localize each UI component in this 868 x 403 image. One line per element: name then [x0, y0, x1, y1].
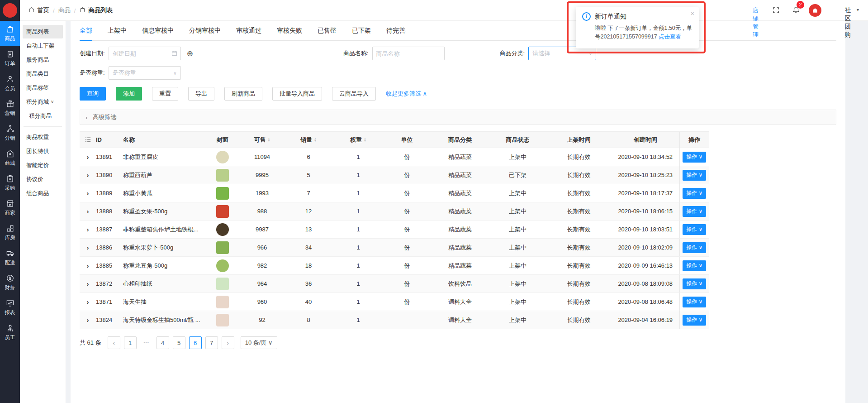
expand-row-icon[interactable]: › — [87, 298, 89, 306]
row-action-button[interactable]: 操作 ∨ — [683, 170, 706, 181]
breadcrumb-item-商品[interactable]: 商品 — [58, 6, 71, 14]
view-order-link[interactable]: 点击查看 — [659, 34, 681, 40]
page-button-4[interactable]: 4 — [157, 336, 169, 349]
weigh-filter-select[interactable]: 是否称重 ∨ — [109, 66, 181, 80]
advanced-filter-bar[interactable]: › 高级筛选 — [80, 110, 836, 125]
rail-item-label: 商城 — [5, 161, 15, 166]
批量导入商品-button[interactable]: 批量导入商品 — [272, 87, 322, 101]
查询-button[interactable]: 查询 — [80, 87, 106, 101]
date-filter-input[interactable] — [109, 47, 181, 60]
page-button-1[interactable]: 1 — [124, 336, 137, 349]
row-action-button[interactable]: 操作 ∨ — [683, 242, 706, 253]
row-action-button[interactable]: 操作 ∨ — [683, 260, 706, 271]
rail-item-库房[interactable]: 库房 — [0, 220, 20, 245]
expand-row-icon[interactable]: › — [87, 207, 89, 215]
sort-icon[interactable]: ▲▼ — [314, 138, 317, 142]
tab-全部[interactable]: 全部 — [80, 21, 92, 41]
shop-dropdown-caret-icon[interactable]: ▾ — [857, 7, 859, 12]
page-button-5[interactable]: 5 — [173, 336, 185, 349]
submenu-item-团长特供[interactable]: 团长特供 — [23, 144, 63, 158]
share-icon — [6, 125, 14, 134]
expand-row-icon[interactable]: › — [87, 225, 89, 233]
rail-item-分销[interactable]: 分销 — [0, 120, 20, 145]
rail-item-订单[interactable]: 订单 — [0, 46, 20, 71]
tab-已下架[interactable]: 已下架 — [352, 21, 371, 41]
collapse-more-filters-link[interactable]: 收起更多筛选 ∧ — [386, 90, 427, 98]
submenu-item-服务商品[interactable]: 服务商品 — [23, 53, 63, 67]
submenu-item-商品列表[interactable]: 商品列表 — [23, 25, 63, 38]
rail-item-商家[interactable]: 商家 — [0, 195, 20, 220]
row-action-button[interactable]: 操作 ∨ — [683, 297, 706, 307]
name-filter-input[interactable] — [372, 47, 445, 60]
submenu-item-智能定价[interactable]: 智能定价 — [23, 158, 63, 172]
rail-item-配送[interactable]: 配送 — [0, 245, 20, 270]
fullscreen-icon[interactable] — [772, 6, 780, 15]
expand-row-icon[interactable]: › — [87, 171, 89, 179]
tab-待完善[interactable]: 待完善 — [386, 21, 405, 41]
sellable-cell: 11094 — [241, 148, 284, 166]
prev-page-button[interactable]: ‹ — [108, 336, 120, 349]
breadcrumb-item-首页[interactable]: 首页 — [28, 6, 49, 14]
name-cell: 称重龙豆角-500g — [123, 257, 204, 275]
page-size-select[interactable]: 10 条/页 ∨ — [241, 336, 277, 349]
row-action-button[interactable]: 操作 ∨ — [683, 278, 706, 289]
sort-icon[interactable]: ▲▼ — [268, 138, 270, 142]
column-settings-icon[interactable] — [84, 136, 92, 143]
submenu-item-协议价[interactable]: 协议价 — [23, 173, 63, 186]
expand-row-icon[interactable]: › — [87, 316, 89, 324]
shop-name[interactable]: 社区团购 — [845, 6, 851, 39]
app-logo[interactable] — [0, 0, 20, 21]
submenu-item-自动上下架[interactable]: 自动上下架 — [23, 39, 63, 53]
avatar[interactable] — [809, 4, 821, 17]
rail-item-商品[interactable]: 商品 — [0, 21, 20, 46]
刷新商品-button[interactable]: 刷新商品 — [224, 87, 262, 101]
rail-item-营销[interactable]: 营销 — [0, 96, 20, 120]
expand-row-icon[interactable]: › — [87, 280, 89, 288]
rail-item-会员[interactable]: 会员 — [0, 71, 20, 96]
row-action-button[interactable]: 操作 ∨ — [683, 206, 706, 217]
row-action-button[interactable]: 操作 ∨ — [683, 152, 706, 163]
submenu-item-组合商品[interactable]: 组合商品 — [23, 187, 63, 200]
column-header-销量[interactable]: 销量▲▼ — [284, 132, 333, 148]
column-header-权重[interactable]: 权重▲▼ — [333, 132, 383, 148]
expand-row-icon[interactable]: › — [87, 153, 89, 161]
submenu-item-积分商城[interactable]: 积分商城∨ — [23, 95, 63, 109]
row-action-button[interactable]: 操作 ∨ — [683, 224, 706, 235]
product-cover-image — [216, 241, 229, 254]
store-manage-link[interactable]: 店铺管理 — [753, 6, 759, 39]
expand-row-icon[interactable]: › — [87, 189, 89, 197]
submenu-item-商品权重[interactable]: 商品权重 — [23, 130, 63, 144]
sort-icon[interactable]: ▲▼ — [364, 138, 366, 142]
page-button-6[interactable]: 6 — [189, 336, 202, 349]
tab-信息审核中[interactable]: 信息审核中 — [142, 21, 174, 41]
rail-item-采购[interactable]: 采购 — [0, 170, 20, 195]
rail-item-报表[interactable]: 报表 — [0, 295, 20, 320]
expand-row-icon[interactable]: › — [87, 244, 89, 251]
submenu-item-积分商品[interactable]: 积分商品 — [23, 109, 63, 123]
shelf_time-cell: 长期有效 — [546, 202, 612, 221]
page-button-7[interactable]: 7 — [205, 336, 218, 349]
tab-分销审核中[interactable]: 分销审核中 — [189, 21, 221, 41]
category-filter-select[interactable]: 请选择 ∨ — [528, 47, 596, 60]
重置-button[interactable]: 重置 — [152, 87, 178, 101]
rail-item-财务[interactable]: 财务 — [0, 270, 20, 295]
submenu-item-商品标签[interactable]: 商品标签 — [23, 81, 63, 95]
column-header-可售[interactable]: 可售▲▼ — [241, 132, 284, 148]
rail-item-商城[interactable]: 商城 — [0, 145, 20, 170]
close-icon[interactable]: × — [691, 10, 694, 17]
tab-审核通过[interactable]: 审核通过 — [236, 21, 261, 41]
row-action-button[interactable]: 操作 ∨ — [683, 315, 706, 326]
submenu-item-商品类目[interactable]: 商品类目 — [23, 67, 63, 81]
row-action-button[interactable]: 操作 ∨ — [683, 188, 706, 199]
tab-已售罄[interactable]: 已售罄 — [318, 21, 337, 41]
tab-审核失败[interactable]: 审核失败 — [277, 21, 302, 41]
云商品导入-button[interactable]: 云商品导入 — [332, 87, 376, 101]
tab-上架中[interactable]: 上架中 — [108, 21, 127, 41]
action-cell: 操作 ∨ — [679, 184, 709, 202]
导出-button[interactable]: 导出 — [188, 87, 214, 101]
add-date-range-icon[interactable]: ⊕ — [187, 50, 193, 58]
rail-item-员工[interactable]: 员工 — [0, 320, 20, 345]
expand-row-icon[interactable]: › — [87, 262, 89, 269]
next-page-button[interactable]: › — [222, 336, 234, 349]
添加-button[interactable]: 添加 — [116, 87, 142, 101]
